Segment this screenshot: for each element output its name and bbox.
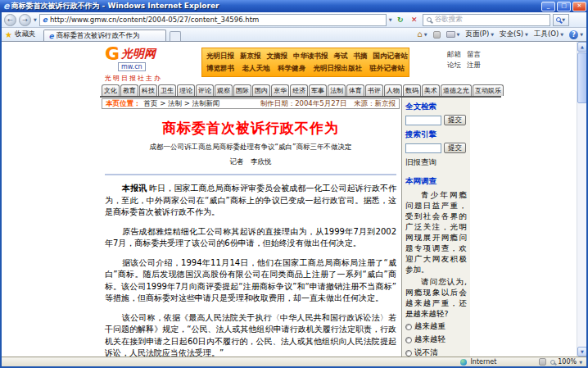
channel-tab[interactable]: 科技	[139, 84, 157, 96]
help-caret-icon: ▼	[580, 32, 583, 37]
maximize-button[interactable]: □	[557, 2, 571, 11]
channel-tab[interactable]: 卫生	[158, 84, 176, 96]
scroll-up-icon[interactable]: ▲	[577, 42, 586, 52]
article-subtitle: 成都一公司诉工商总局商标委处理有争议“威白”商标三年不做决定	[102, 143, 400, 152]
ie-logo-icon: e	[3, 2, 9, 11]
corner-link[interactable]: 论坛	[447, 60, 461, 70]
survey-title: 本网调查	[405, 176, 467, 187]
channel-tab[interactable]: 美术	[422, 84, 440, 96]
channel-tab[interactable]: 文化	[102, 84, 120, 96]
scrollbar-thumb[interactable]	[577, 52, 586, 103]
survey-option[interactable]: 越来越轻	[405, 334, 467, 345]
search-placeholder: 谷歌搜索	[435, 15, 463, 25]
header-link[interactable]: 光明日报	[206, 52, 234, 61]
channel-tab[interactable]: 互动娱乐	[473, 84, 504, 96]
site-logo[interactable]: G 光明网 mw.cn 光明日报社主办	[105, 47, 162, 83]
address-input[interactable]: e http://www.gmw.cn/content/2004-05/27/c…	[39, 14, 387, 26]
header-link[interactable]: 考试	[334, 52, 348, 61]
refresh-button[interactable]: ↻	[395, 14, 406, 26]
history-dropdown-icon[interactable]: ▼	[34, 17, 37, 22]
close-button[interactable]: ✕	[572, 2, 586, 11]
corner-link[interactable]: 留言	[467, 49, 481, 60]
tools-menu-button[interactable]: 工具(O) ▼	[534, 30, 563, 39]
address-bar: ← → ▼ e http://www.gmw.cn/content/2004-0…	[2, 12, 586, 28]
channel-tab[interactable]: 观察	[215, 84, 233, 96]
channel-tab[interactable]: 法制	[328, 84, 346, 96]
favorites-star-icon: ★	[5, 30, 12, 39]
channel-tab[interactable]: 国际	[233, 84, 251, 96]
header-link[interactable]: 老人天地	[242, 64, 270, 74]
forward-button[interactable]: →	[19, 14, 31, 26]
new-tab-stub[interactable]	[170, 31, 181, 41]
header-link[interactable]: 国内记者站	[373, 52, 409, 61]
channel-tab[interactable]: 国内	[252, 84, 270, 96]
header-link[interactable]: 文摘报	[267, 52, 288, 61]
header-link[interactable]: 书摘	[354, 52, 368, 61]
survey-option[interactable]: 越来越重	[405, 321, 467, 332]
channel-tab[interactable]: 军事	[309, 84, 327, 96]
page-menu-button[interactable]: 页面(P) ▼	[465, 30, 494, 39]
address-dropdown-icon[interactable]: ▼	[389, 17, 392, 22]
channel-tab[interactable]: 书评	[365, 84, 383, 96]
minimize-button[interactable]: _	[541, 2, 555, 11]
channel-tab[interactable]: 经济	[290, 84, 308, 96]
print-caret-icon: ▼	[457, 32, 460, 37]
article-divider	[105, 174, 396, 175]
survey-option[interactable]: 说不清	[405, 348, 467, 357]
search-input[interactable]: 谷歌搜索	[423, 14, 550, 26]
header-link[interactable]: 光明日报出版社	[314, 64, 363, 74]
logo-domain: mw.cn	[118, 62, 146, 71]
channel-tab[interactable]: 道德之光	[441, 84, 472, 96]
internet-globe-icon	[460, 359, 467, 366]
header-link[interactable]: 中华读书报	[293, 52, 328, 61]
tab-favicon: e	[48, 32, 53, 40]
scroll-down-icon[interactable]: ▼	[577, 347, 586, 357]
stop-button[interactable]: ✕	[409, 14, 420, 26]
engine-search-input[interactable]	[405, 143, 441, 153]
protected-mode-icon[interactable]	[539, 358, 546, 366]
survey-text: 青少年网瘾问题日益严重，受到社会各界的广泛关注，光明网现展开网瘾问题专项调查，欢…	[405, 189, 467, 275]
channel-tab[interactable]: 教育	[120, 84, 138, 96]
corner-link[interactable]: 注册	[467, 60, 481, 70]
logo-site-name: 光明网	[121, 47, 156, 61]
breadcrumb-path[interactable]: 首页 > 法制 > 法制新闻	[144, 99, 220, 109]
header-link[interactable]: 新京报	[240, 52, 261, 61]
corner-link[interactable]: 邮箱	[447, 49, 461, 60]
home-button[interactable]: ⌂ ▼	[417, 30, 427, 39]
header-link[interactable]: 科学健身	[278, 64, 305, 74]
channel-tab[interactable]: 人物	[384, 84, 402, 96]
radio-icon[interactable]	[405, 350, 412, 357]
radio-icon[interactable]	[405, 337, 412, 343]
back-button[interactable]: ←	[4, 14, 16, 26]
page-menu-label: 页面(P)	[465, 30, 489, 39]
zoom-control[interactable]: 100% ▼	[550, 358, 582, 366]
article-paragraph: 该公司称，依据《最高人民法院关于执行〈中华人民共和国行政诉讼法〉若干问题的解释》…	[105, 312, 396, 357]
zoom-level: 100%	[558, 358, 577, 366]
feeds-icon	[433, 31, 441, 39]
site-header: G 光明网 mw.cn 光明日报社主办 光明日报新京报文摘报中华读书报考试书摘国…	[100, 44, 501, 85]
survey-option-label: 说不清	[414, 348, 438, 357]
fulltext-submit-button[interactable]: 提交	[444, 115, 466, 125]
security-menu-button[interactable]: 安全(S) ▼	[500, 30, 528, 39]
zoom-caret-icon: ▼	[579, 360, 582, 365]
vertical-scrollbar[interactable]: ▲ ▼	[577, 42, 586, 357]
search-go-button[interactable]: ▼	[553, 14, 569, 26]
old-paper-link[interactable]: 旧报查询	[405, 157, 467, 168]
print-button[interactable]: ▼	[446, 31, 460, 38]
favorites-button[interactable]: ★ 收藏夹	[5, 28, 35, 41]
header-link[interactable]: 驻外记者站	[370, 64, 405, 74]
web-page: G 光明网 mw.cn 光明日报社主办 光明日报新京报文摘报中华读书报考试书摘国…	[100, 44, 501, 357]
fulltext-search-input[interactable]	[405, 116, 441, 125]
article-title: 商标委首次被诉行政不作为	[102, 119, 400, 138]
channel-tab[interactable]: 体育	[346, 84, 364, 96]
radio-icon[interactable]	[405, 324, 412, 330]
feeds-button[interactable]	[433, 31, 441, 39]
channel-tab[interactable]: 京华	[271, 84, 289, 96]
header-link[interactable]: 博览群书	[206, 64, 234, 74]
channel-tab[interactable]: 理论	[177, 84, 195, 96]
browser-tab[interactable]: e 商标委首次被诉行政不作为	[43, 30, 166, 41]
channel-tab[interactable]: 数码	[403, 84, 421, 96]
engine-submit-button[interactable]: 提交	[444, 143, 466, 153]
help-button[interactable]: ? ▼	[569, 30, 583, 39]
channel-tab[interactable]: 评论	[196, 84, 214, 96]
